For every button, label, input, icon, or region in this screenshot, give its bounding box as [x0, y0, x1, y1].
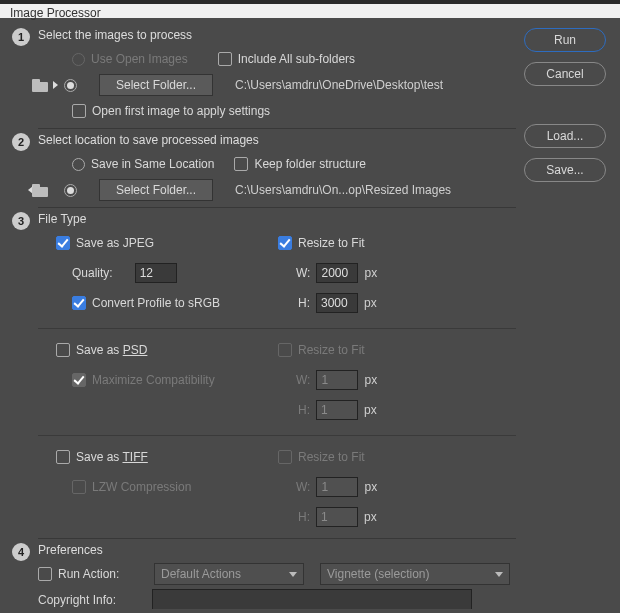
- psd-w-input: [316, 370, 358, 390]
- select-folder-radio[interactable]: [64, 79, 77, 92]
- chevron-down-icon: [289, 572, 297, 577]
- include-subfolders-check[interactable]: [218, 52, 232, 66]
- section-3-title: File Type: [38, 212, 516, 226]
- tiff-h-unit: px: [364, 510, 377, 524]
- folder-in-icon: [32, 77, 54, 93]
- section-file-type: 3 File Type Save as JPEG Quality:: [12, 212, 516, 532]
- jpeg-h-unit: px: [364, 296, 377, 310]
- tiff-w-label: W:: [296, 480, 310, 494]
- run-action-label: Run Action:: [58, 567, 148, 581]
- use-open-images-label: Use Open Images: [91, 52, 188, 66]
- jpeg-quality-input[interactable]: [135, 263, 177, 283]
- run-button[interactable]: Run: [524, 28, 606, 52]
- step-1-badge: 1: [12, 28, 30, 46]
- save-button[interactable]: Save...: [524, 158, 606, 182]
- section-preferences: 4 Preferences Run Action: Default Action…: [12, 543, 516, 609]
- save-same-location-label: Save in Same Location: [91, 157, 214, 171]
- cancel-button[interactable]: Cancel: [524, 62, 606, 86]
- include-subfolders-label: Include All sub-folders: [238, 52, 355, 66]
- source-folder-path: C:\Users\amdru\OneDrive\Desktop\test: [235, 78, 443, 92]
- copyright-label: Copyright Info:: [38, 593, 146, 607]
- use-open-images-radio: [72, 53, 85, 66]
- tiff-h-label: H:: [298, 510, 310, 524]
- maximize-compat-label: Maximize Compatibility: [92, 373, 215, 387]
- divider-2: [38, 207, 516, 208]
- convert-srgb-label: Convert Profile to sRGB: [92, 296, 220, 310]
- image-processor-dialog: Image Processor 1 Select the images to p…: [0, 0, 620, 613]
- select-dest-folder-button[interactable]: Select Folder...: [99, 179, 213, 201]
- keep-folder-structure-label: Keep folder structure: [254, 157, 365, 171]
- jpeg-resize-label: Resize to Fit: [298, 236, 365, 250]
- section-4-title: Preferences: [38, 543, 516, 557]
- save-as-tiff-label: Save as TIFF: [76, 450, 148, 464]
- tiff-resize-check: [278, 450, 292, 464]
- step-3-badge: 3: [12, 212, 30, 230]
- psd-w-label: W:: [296, 373, 310, 387]
- open-first-image-label: Open first image to apply settings: [92, 104, 270, 118]
- save-as-psd-label: Save as PSD: [76, 343, 147, 357]
- psd-h-unit: px: [364, 403, 377, 417]
- action-set-select[interactable]: Default Actions: [154, 563, 304, 585]
- jpeg-resize-check[interactable]: [278, 236, 292, 250]
- action-name-select[interactable]: Vignette (selection): [320, 563, 510, 585]
- save-as-jpeg-label: Save as JPEG: [76, 236, 154, 250]
- tiff-resize-label: Resize to Fit: [298, 450, 365, 464]
- jpeg-h-label: H:: [298, 296, 310, 310]
- keep-folder-structure-check[interactable]: [234, 157, 248, 171]
- action-name-value: Vignette (selection): [327, 567, 430, 581]
- psd-h-input: [316, 400, 358, 420]
- dest-folder-path: C:\Users\amdru\On...op\Resized Images: [235, 183, 451, 197]
- tiff-w-input: [316, 477, 358, 497]
- titlebar: Image Processor: [0, 0, 620, 18]
- divider-jpeg-psd: [38, 328, 516, 329]
- step-2-badge: 2: [12, 133, 30, 151]
- section-save-location: 2 Select location to save processed imag…: [12, 133, 516, 201]
- chevron-down-icon: [495, 572, 503, 577]
- psd-resize-check: [278, 343, 292, 357]
- load-button[interactable]: Load...: [524, 124, 606, 148]
- select-source-folder-button[interactable]: Select Folder...: [99, 74, 213, 96]
- sidebar-buttons: Run Cancel Load... Save...: [524, 18, 620, 609]
- divider-3: [38, 538, 516, 539]
- jpeg-w-unit: px: [364, 266, 377, 280]
- copyright-input[interactable]: [152, 589, 472, 609]
- save-as-psd-check[interactable]: [56, 343, 70, 357]
- divider-1: [38, 128, 516, 129]
- run-action-check[interactable]: [38, 567, 52, 581]
- jpeg-w-label: W:: [296, 266, 310, 280]
- jpeg-quality-label: Quality:: [72, 266, 113, 280]
- tiff-h-input: [316, 507, 358, 527]
- jpeg-w-input[interactable]: [316, 263, 358, 283]
- psd-h-label: H:: [298, 403, 310, 417]
- save-same-location-radio[interactable]: [72, 158, 85, 171]
- psd-resize-label: Resize to Fit: [298, 343, 365, 357]
- step-4-badge: 4: [12, 543, 30, 561]
- open-first-image-check[interactable]: [72, 104, 86, 118]
- section-select-images: 1 Select the images to process Use Open …: [12, 28, 516, 122]
- psd-w-unit: px: [364, 373, 377, 387]
- action-set-value: Default Actions: [161, 567, 241, 581]
- save-as-tiff-check[interactable]: [56, 450, 70, 464]
- save-select-folder-radio[interactable]: [64, 184, 77, 197]
- divider-psd-tiff: [38, 435, 516, 436]
- folder-out-icon: [32, 182, 54, 198]
- convert-srgb-check[interactable]: [72, 296, 86, 310]
- tiff-w-unit: px: [364, 480, 377, 494]
- lzw-compression-label: LZW Compression: [92, 480, 191, 494]
- lzw-compression-check: [72, 480, 86, 494]
- jpeg-h-input[interactable]: [316, 293, 358, 313]
- section-2-title: Select location to save processed images: [38, 133, 516, 147]
- section-1-title: Select the images to process: [38, 28, 516, 42]
- save-as-jpeg-check[interactable]: [56, 236, 70, 250]
- maximize-compat-check: [72, 373, 86, 387]
